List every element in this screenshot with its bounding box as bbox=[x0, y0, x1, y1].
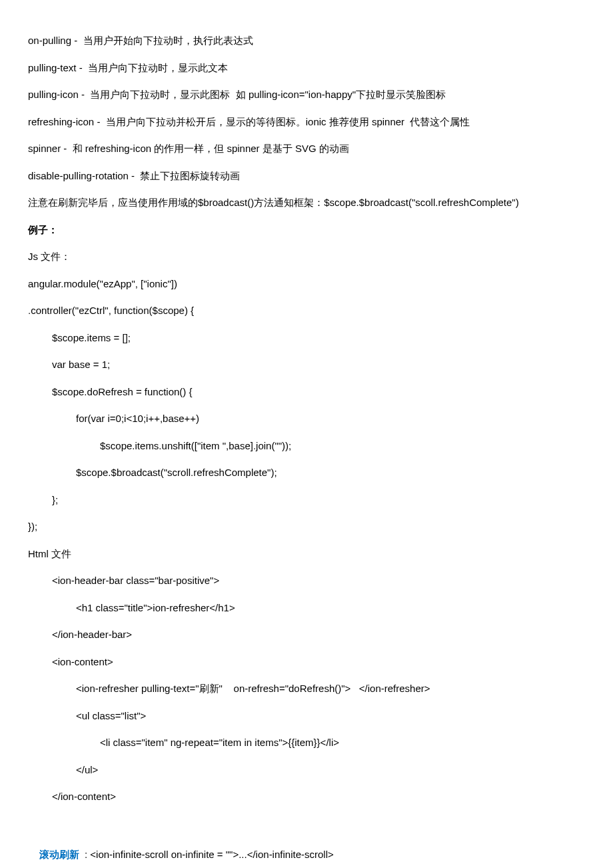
line-25: <ul class="list"> bbox=[28, 709, 585, 724]
line-18: }); bbox=[28, 519, 585, 535]
line-16: $scope.$broadcast("scroll.refreshComplet… bbox=[28, 465, 585, 481]
line-15: $scope.items.unshift(["item ",base].join… bbox=[28, 439, 585, 454]
line-2: pulling-icon - 当用户向下拉动时，显示此图标 如 pulling-… bbox=[28, 87, 585, 103]
line-28: </ion-content> bbox=[28, 789, 585, 805]
document-page: on-pulling - 当用户开始向下拉动时，执行此表达式pulling-te… bbox=[0, 0, 613, 868]
line-24: <ion-refresher pulling-text="刷新" on-refr… bbox=[28, 681, 585, 697]
content-lines: on-pulling - 当用户开始向下拉动时，执行此表达式pulling-te… bbox=[28, 33, 585, 805]
line-10: .controller("ezCtrl", function($scope) { bbox=[28, 303, 585, 319]
line-23: <ion-content> bbox=[28, 655, 585, 670]
line-14: for(var i=0;i<10;i++,base++) bbox=[28, 411, 585, 427]
line-19: Html 文件 bbox=[28, 547, 585, 562]
line-11: $scope.items = []; bbox=[28, 331, 585, 346]
line-26: <li class="item" ng-repeat="item in item… bbox=[28, 735, 585, 751]
line-0: on-pulling - 当用户开始向下拉动时，执行此表达式 bbox=[28, 33, 585, 49]
line-13: $scope.doRefresh = function() { bbox=[28, 385, 585, 400]
line-21: <h1 class="title">ion-refresher</h1> bbox=[28, 601, 585, 616]
line-5: disable-pulling-rotation - 禁止下拉图标旋转动画 bbox=[28, 169, 585, 184]
line-1: pulling-text - 当用户向下拉动时，显示此文本 bbox=[28, 61, 585, 76]
line-4: spinner - 和 refreshing-icon 的作用一样，但 spin… bbox=[28, 141, 585, 157]
line-3: refreshing-icon - 当用户向下拉动并松开后，显示的等待图标。io… bbox=[28, 115, 585, 130]
line-20: <ion-header-bar class="bar-positive"> bbox=[28, 573, 585, 589]
line-7: 例子： bbox=[28, 223, 585, 238]
scroll-refresh-title: 滚动刷新 bbox=[39, 849, 79, 860]
line-27: </ul> bbox=[28, 763, 585, 778]
line-12: var base = 1; bbox=[28, 357, 585, 373]
line-9: angular.module("ezApp", ["ionic"]) bbox=[28, 277, 585, 292]
scroll-refresh-line: 滚动刷新 : <ion-infinite-scroll on-infinite … bbox=[28, 833, 585, 869]
line-17: }; bbox=[28, 493, 585, 508]
line-22: </ion-header-bar> bbox=[28, 627, 585, 643]
line-8: Js 文件： bbox=[28, 249, 585, 265]
scroll-refresh-rest: : <ion-infinite-scroll on-infinite = "">… bbox=[79, 849, 334, 860]
line-6: 注意在刷新完毕后，应当使用作用域的$broadcast()方法通知框架：$sco… bbox=[28, 195, 585, 211]
